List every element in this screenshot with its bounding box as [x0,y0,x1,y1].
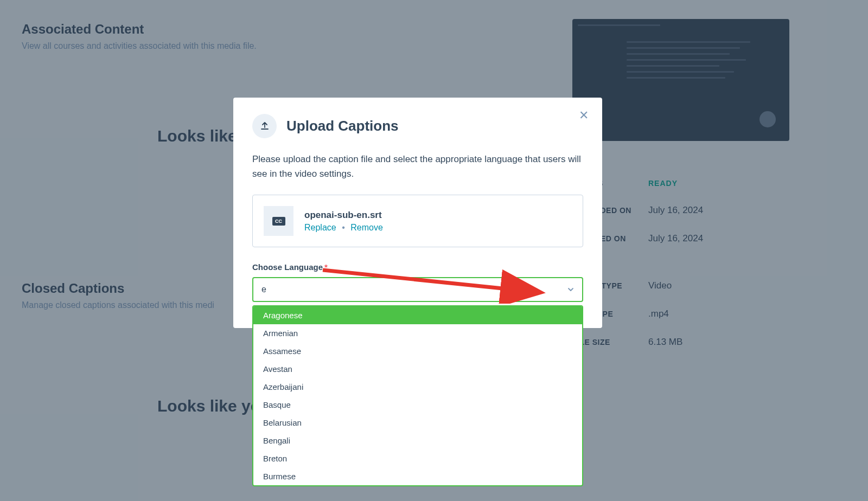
file-actions: Replace • Remove [304,223,383,233]
language-dropdown-list: Aragonese Armenian Assamese Avestan Azer… [252,305,583,486]
modal-description: Please upload the caption file and selec… [252,152,583,181]
option-armenian[interactable]: Armenian [253,324,582,342]
option-basque[interactable]: Basque [253,396,582,414]
modal-title: Upload Captions [286,118,399,134]
language-dropdown[interactable]: Aragonese Armenian Assamese Avestan Azer… [252,277,583,302]
upload-icon [252,114,277,138]
option-breton[interactable]: Breton [253,449,582,467]
language-field-label: Choose Language* [252,262,583,272]
file-name: openai-sub-en.srt [304,210,383,221]
upload-captions-modal: ✕ Upload Captions Please upload the capt… [233,98,602,328]
option-avestan[interactable]: Avestan [253,360,582,378]
replace-link[interactable]: Replace [304,223,336,232]
option-aragonese[interactable]: Aragonese [253,306,582,324]
option-burmese[interactable]: Burmese [253,467,582,485]
option-bengali[interactable]: Bengali [253,432,582,449]
language-search-input[interactable] [252,277,583,302]
separator: • [342,223,345,232]
close-button[interactable]: ✕ [579,108,589,123]
cc-file-icon: CC [264,206,293,236]
option-azerbaijani[interactable]: Azerbaijani [253,378,582,396]
cc-badge: CC [272,217,285,226]
option-assamese[interactable]: Assamese [253,342,582,360]
remove-link[interactable]: Remove [350,223,383,232]
uploaded-file-box: CC openai-sub-en.srt Replace • Remove [252,195,583,247]
option-belarusian[interactable]: Belarusian [253,414,582,432]
modal-header: Upload Captions [252,114,583,138]
